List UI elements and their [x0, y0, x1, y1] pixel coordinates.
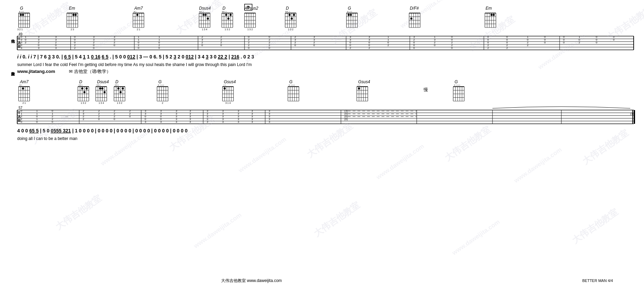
svg-text:2: 2 — [368, 46, 370, 50]
svg-text:0: 0 — [434, 44, 436, 47]
svg-text:3: 3 — [251, 120, 253, 123]
svg-text:× ○○○: × ○○○ — [158, 84, 164, 86]
svg-text:2: 2 — [527, 44, 529, 47]
lyrics-row2: doing all I can to be a better man — [17, 136, 77, 141]
svg-text:D/F#: D/F# — [410, 6, 419, 11]
svg-text:(0): (0) — [344, 118, 348, 121]
svg-text:0: 0 — [294, 44, 296, 47]
svg-text:Dsus4: Dsus4 — [199, 6, 211, 11]
svg-point-341 — [101, 87, 103, 89]
svg-point-80 — [230, 14, 232, 16]
svg-text:Am7: Am7 — [134, 6, 143, 11]
notation-row1: i i 0. i i 7 | 7 6 3 3 0. | 6 5 | 5 4 1 … — [17, 54, 254, 59]
svg-point-308 — [22, 87, 24, 89]
svg-text:×  ○○: × ○○ — [347, 10, 352, 13]
svg-text:0: 0 — [248, 46, 250, 50]
svg-text:B: B — [18, 118, 21, 122]
svg-text:3  1  4: 3 1 4 — [225, 102, 231, 104]
svg-text:2: 2 — [162, 102, 163, 104]
svg-text:○○: ○○ — [357, 84, 360, 86]
svg-text:Gsus4: Gsus4 — [224, 79, 236, 84]
svg-text:3: 3 — [176, 120, 177, 123]
svg-point-62 — [205, 14, 207, 16]
svg-text:0: 0 — [158, 46, 160, 50]
svg-text:Em: Em — [486, 6, 492, 11]
svg-text:Dsus4: Dsus4 — [97, 79, 109, 84]
svg-text:0: 0 — [413, 46, 415, 50]
svg-point-357 — [117, 87, 120, 89]
svg-text:—: — — [65, 115, 68, 118]
svg-text:G: G — [455, 79, 458, 84]
svg-text:× ○○○: × ○○○ — [289, 84, 295, 86]
svg-point-126 — [350, 14, 352, 16]
svg-text:××○: ××○ — [96, 84, 101, 86]
svg-text:○○: ○○ — [223, 84, 226, 86]
svg-text:2: 2 — [83, 118, 84, 121]
svg-point-153 — [493, 14, 495, 16]
svg-point-110 — [293, 14, 295, 16]
svg-point-388 — [224, 87, 226, 89]
svg-text:× ○○○: × ○○○ — [454, 84, 460, 86]
svg-text:Am7: Am7 — [20, 79, 29, 84]
svg-text:2: 2 — [487, 46, 489, 50]
svg-text:3: 3 — [189, 120, 191, 123]
svg-point-342 — [104, 91, 106, 93]
svg-text:×  ○○: × ○○ — [19, 10, 24, 13]
svg-text:3: 3 — [269, 120, 270, 123]
svg-text:(3): (3) — [630, 112, 634, 115]
svg-text:0: 0 — [21, 120, 22, 123]
svg-text:1  3  2: 1 3 2 — [81, 102, 86, 104]
svg-text:0: 0 — [138, 46, 139, 50]
footer-song: BETTER MAN 4/4 — [582, 279, 613, 283]
svg-text:0: 0 — [313, 44, 315, 47]
svg-text:3  2  1: 3 2 1 — [17, 28, 23, 31]
svg-text:1  3  2: 1 3 2 — [225, 28, 230, 31]
svg-text:0: 0 — [93, 46, 95, 50]
svg-point-359 — [122, 87, 124, 89]
svg-text:0: 0 — [451, 46, 453, 50]
svg-point-46 — [136, 14, 138, 16]
svg-text:2  1: 2 1 — [22, 102, 26, 104]
svg-point-125 — [347, 14, 350, 16]
svg-text:0: 0 — [114, 118, 115, 121]
svg-text:D: D — [79, 79, 82, 84]
svg-text:3: 3 — [55, 46, 57, 50]
svg-point-31 — [75, 14, 77, 16]
score-svg: B 吉他 主旋律 G × ○○ 3 2 1 — [10, 3, 637, 285]
footer-text: 大伟吉他教室 www.daweijita.com — [221, 278, 282, 283]
svg-point-63 — [207, 18, 209, 20]
svg-text:0: 0 — [544, 41, 546, 44]
svg-text:2: 2 — [387, 44, 389, 47]
svg-text:0: 0 — [98, 118, 100, 121]
svg-text:×× ○: ×× ○ — [222, 10, 227, 13]
svg-point-139 — [410, 18, 412, 20]
svg-text:0: 0 — [613, 38, 615, 41]
svg-text:Em: Em — [69, 6, 75, 11]
svg-text:0: 0 — [114, 44, 115, 47]
svg-text:3: 3 — [238, 120, 239, 123]
svg-text:G: G — [348, 6, 351, 11]
svg-point-325 — [86, 87, 88, 89]
svg-text:0: 0 — [596, 41, 598, 44]
svg-text:D: D — [222, 6, 226, 11]
svg-text:3: 3 — [38, 46, 40, 50]
svg-text:Gsus4: Gsus4 — [358, 79, 370, 84]
svg-point-358 — [120, 91, 122, 93]
svg-text:3: 3 — [207, 120, 208, 123]
b-label-1: B — [18, 44, 21, 48]
svg-text:×× ○: ×× ○ — [199, 10, 204, 13]
chord-name-G: G — [20, 6, 23, 11]
svg-text:2: 2 — [25, 41, 27, 44]
svg-text:0: 0 — [129, 115, 131, 118]
svg-text:3: 3 — [145, 120, 146, 123]
svg-point-78 — [225, 14, 227, 16]
svg-text:3: 3 — [160, 120, 162, 123]
svg-text:0: 0 — [269, 46, 270, 50]
svg-point-108 — [289, 14, 291, 16]
svg-text:2: 2 — [579, 41, 580, 44]
svg-point-416 — [358, 87, 360, 89]
notation-row2: 4 0 0 65 5 | 5 0 0555 321 | 1 0 0 0 0 | … — [17, 128, 188, 133]
svg-point-61 — [202, 14, 205, 16]
main-melody-label: 主旋律 — [11, 72, 15, 76]
svg-text:1  3  2: 1 3 2 — [288, 28, 293, 31]
